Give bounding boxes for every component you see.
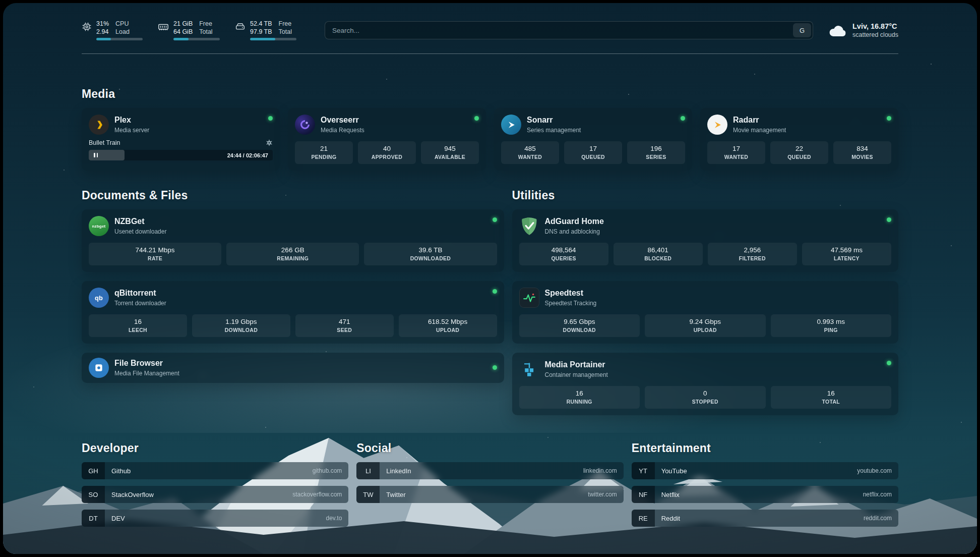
app-card-portainer[interactable]: Media Portainer Container management 16R… — [512, 353, 898, 415]
app-card-sonarr[interactable]: Sonarr Series management 485WANTED17QUEU… — [494, 108, 692, 171]
bookmark-twitter[interactable]: TW Twitter twitter.com — [356, 486, 623, 503]
bookmark-abbr: LI — [356, 462, 380, 479]
stat-label: LATENCY — [804, 255, 889, 261]
stat-box: 266 GBREMAINING — [226, 243, 359, 265]
bookmark-name: DEV — [111, 515, 125, 522]
app-name: AdGuard Home — [545, 217, 604, 226]
ram-total-value: 64 GiB — [173, 28, 193, 35]
status-dot-online — [474, 116, 479, 121]
stat-box: 2,956FILTERED — [708, 243, 797, 265]
stat-label: STOPPED — [647, 399, 763, 405]
cpu-load-label: Load — [115, 28, 130, 35]
bookmark-abbr: GH — [82, 462, 105, 479]
disk-progress-fill — [250, 38, 275, 40]
stat-box: 485WANTED — [501, 141, 559, 164]
gear-icon[interactable] — [266, 139, 273, 146]
overseerr-icon — [295, 115, 315, 135]
bookmark-name: LinkedIn — [386, 467, 411, 475]
bookmark-name: Github — [111, 467, 131, 475]
stat-value: 22 — [772, 145, 826, 152]
app-card-adguard[interactable]: AdGuard Home DNS and adblocking 498,564Q… — [512, 209, 898, 272]
stat-value: 16 — [521, 389, 638, 397]
stat-box: 945AVAILABLE — [421, 141, 479, 164]
stat-box: 17QUEUED — [564, 141, 622, 164]
bookmark-abbr: NF — [632, 486, 655, 503]
bookmark-group-social: Social LI LinkedIn linkedin.com TW Twitt… — [356, 441, 623, 533]
ram-progress-fill — [173, 38, 189, 40]
bookmark-youtube[interactable]: YT YouTube youtube.com — [632, 462, 898, 479]
stat-label: WANTED — [709, 154, 763, 160]
stat-box: 618.52 MbpsUPLOAD — [399, 314, 497, 337]
app-subtitle: Container management — [545, 371, 608, 378]
bookmark-name: Netflix — [661, 491, 680, 498]
stat-value: 618.52 Mbps — [401, 318, 495, 325]
playback-progress-bar[interactable]: 24:44 / 02:06:47 — [89, 150, 273, 160]
bookmark-linkedin[interactable]: LI LinkedIn linkedin.com — [356, 462, 623, 479]
stat-label: UPLOAD — [401, 327, 495, 333]
utilities-column: Utilities — [512, 189, 898, 415]
disk-total-value: 97.9 TB — [250, 28, 272, 35]
status-dot-online — [493, 217, 497, 222]
stat-value: 266 GB — [228, 246, 357, 254]
qbittorrent-icon: qb — [89, 288, 109, 308]
media-grid: Plex Media server Bullet Train — [82, 108, 898, 171]
stat-value: 0.993 ms — [773, 318, 889, 325]
app-card-radarr[interactable]: Radarr Movie management 17WANTED22QUEUED… — [700, 108, 898, 171]
stat-box: 16LEECH — [89, 314, 187, 337]
app-name: Sonarr — [527, 116, 581, 125]
stat-label: MOVIES — [835, 154, 889, 160]
app-card-overseerr[interactable]: Overseerr Media Requests 21PENDING40APPR… — [288, 108, 486, 171]
bookmark-domain: dev.to — [326, 515, 342, 522]
app-card-filebrowser[interactable]: File Browser Media File Management — [82, 353, 504, 383]
stat-value: 16 — [773, 389, 889, 397]
memory-icon — [158, 22, 169, 33]
search-input[interactable] — [325, 21, 813, 39]
disk-total-label: Total — [279, 28, 292, 35]
background-snow-particles — [3, 3, 4, 4]
search-engine-button[interactable]: G — [793, 23, 811, 37]
sonarr-icon — [501, 115, 521, 135]
status-dot-online — [681, 116, 685, 121]
stat-value: 2,956 — [710, 246, 795, 254]
stat-label: AVAILABLE — [423, 154, 477, 160]
stat-box: 471SEED — [295, 314, 394, 337]
bookmark-github[interactable]: GH Github github.com — [82, 462, 348, 479]
ram-widget: 21 GiB 64 GiB Free Total — [158, 20, 220, 40]
stat-value: 9.24 Gbps — [647, 318, 763, 325]
app-card-qbittorrent[interactable]: qb qBittorrent Torrent downloader 16LEEC… — [82, 281, 504, 344]
app-card-plex[interactable]: Plex Media server Bullet Train — [82, 108, 280, 171]
bookmark-netflix[interactable]: NF Netflix netflix.com — [632, 486, 898, 503]
playback-time: 24:44 / 02:06:47 — [227, 152, 268, 158]
header-divider — [82, 53, 898, 54]
disk-progress-bar — [250, 38, 296, 40]
app-card-nzbget[interactable]: nzbget NZBGet Usenet downloader 744.21 M… — [82, 209, 504, 272]
cpu-icon — [82, 22, 92, 32]
bookmark-stackoverflow[interactable]: SO StackOverflow stackoverflow.com — [82, 486, 348, 503]
app-subtitle: DNS and adblocking — [545, 228, 604, 235]
stat-label: PING — [773, 327, 889, 333]
stat-box: 0.993 msPING — [771, 314, 891, 337]
pause-button[interactable] — [94, 153, 98, 157]
app-card-speedtest[interactable]: Speedtest Speedtest Tracking 9.65 GbpsDO… — [512, 281, 898, 344]
stat-label: DOWNLOAD — [521, 327, 638, 333]
radarr-icon — [707, 115, 727, 135]
ram-progress-bar — [173, 38, 220, 40]
bookmark-abbr: RE — [632, 510, 655, 527]
section-title-social: Social — [356, 441, 623, 455]
stats-row: 16RUNNING0STOPPED16TOTAL — [519, 386, 891, 409]
status-dot-online — [887, 361, 891, 365]
app-subtitle: Torrent downloader — [114, 300, 166, 307]
stat-box: 22QUEUED — [770, 141, 828, 164]
app-name: File Browser — [114, 359, 179, 368]
stat-box: 16RUNNING — [519, 386, 640, 409]
documents-column: Documents & Files nzbget NZBGet Usenet d… — [82, 189, 504, 415]
stat-label: SERIES — [629, 154, 683, 160]
bookmark-dev[interactable]: DT DEV dev.to — [82, 510, 348, 527]
bookmark-domain: netflix.com — [863, 491, 892, 498]
section-title-developer: Developer — [82, 441, 348, 455]
bookmark-reddit[interactable]: RE Reddit reddit.com — [632, 510, 898, 527]
stat-box: 498,564QUERIES — [519, 243, 608, 265]
disk-widget: 52.4 TB 97.9 TB Free Total — [235, 20, 296, 40]
stat-value: 9.65 Gbps — [521, 318, 638, 325]
section-title-entertainment: Entertainment — [632, 441, 898, 455]
